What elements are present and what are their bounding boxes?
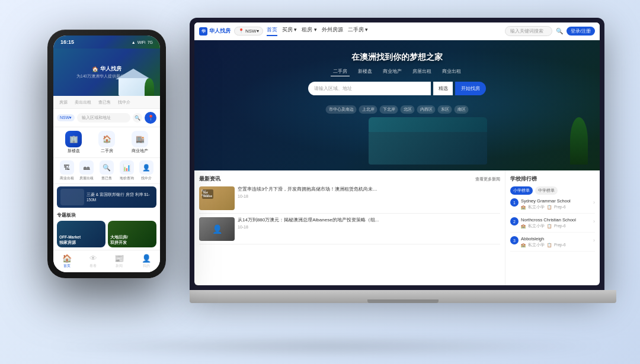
news-thumb-2: 👤 xyxy=(199,217,235,241)
school-type-icon-3: 🏫 xyxy=(521,243,526,248)
school-item-3[interactable]: 3 Abbotsleigh 🏫 私立小学 📋 Prep-6 › xyxy=(510,236,595,252)
school-type-1: 🏫 私立小学 📋 Prep-6 xyxy=(521,205,591,210)
phone-status-bar: 16:15 ▲ WiFi 7G xyxy=(53,36,160,49)
special-off-market[interactable]: OFF-Market独家房源 xyxy=(57,221,105,247)
special-section-title: 专题板块 xyxy=(57,212,156,218)
phone-special-section: 专题板块 OFF-Market独家房源 大地旧房/双拼开发 xyxy=(53,210,160,250)
region-center[interactable]: 市中心及南边 xyxy=(326,105,357,114)
news-text-2: 从14万到880万澳元：揭秘澳洲总理Albanese的地产投资策略（组... 1… xyxy=(238,217,500,241)
device-shadow xyxy=(36,340,616,352)
phone-commercial-rent[interactable]: 🏗 商业出租 xyxy=(60,160,74,181)
agent-label: 找中介 xyxy=(141,176,152,181)
web-news-item-2[interactable]: 👤 从14万到880万澳元：揭秘澳洲总理Albanese的地产投资策略（组...… xyxy=(199,217,500,244)
nav-link-rent[interactable]: 租房 ▾ xyxy=(302,26,317,36)
phone-cat-commercial[interactable]: 🏬 商业地产 xyxy=(132,131,148,154)
nav-link-buy[interactable]: 买房 ▾ xyxy=(282,26,297,36)
school-info-3: Abbotsleigh 🏫 私立小学 📋 Prep-6 xyxy=(521,236,591,248)
web-hero: 在澳洲找到你的梦想之家 二手房 新楼盘 商业地产 房屋出租 商业出租 请输入区域… xyxy=(194,40,600,170)
school-type-icon: 🏫 xyxy=(521,205,526,210)
phone-agent[interactable]: 👤 找中介 xyxy=(139,160,153,181)
nav-link-secondhand[interactable]: 二手房 ▾ xyxy=(348,26,369,36)
hero-sofa xyxy=(369,129,487,165)
school-info-1: Sydney Grammar School 🏫 私立小学 📋 Prep-6 xyxy=(521,198,591,210)
phone-banner[interactable]: 三菱 & 富国联邦银行 房贷 利率 $1-150M xyxy=(57,186,156,208)
web-news-item-1[interactable]: forease 空置率连续3个月下滑，开发商拥抱高储市场！澳洲租赁危机尚未...… xyxy=(199,186,500,214)
off-market-label: OFF-Market独家房源 xyxy=(59,235,81,245)
web-nav-search[interactable]: 输入关键词搜索 xyxy=(505,26,552,36)
region-lower-north[interactable]: 下北岸 xyxy=(380,105,398,114)
news-text-1: 空置率连续3个月下滑，开发商拥抱高储市场！澳洲租赁危机尚未... 10-18 xyxy=(238,186,500,210)
region-north[interactable]: 北区 xyxy=(401,105,415,114)
nav-browse-icon: 👁 xyxy=(89,254,97,263)
phone-cat-new-buildings[interactable]: 🏢 新楼盘 xyxy=(65,131,82,154)
hero-tab-comm-rent[interactable]: 商业出租 xyxy=(440,67,463,76)
hero-plant xyxy=(570,117,588,165)
cat-commercial-label: 商业地产 xyxy=(132,149,148,154)
hero-tab-new[interactable]: 新楼盘 xyxy=(356,67,375,76)
web-main: 最新资讯 查看更多新闻 forease 空置率连续3个月下滑，开发商拥抱高储市场… xyxy=(194,170,600,285)
phone-search-icon[interactable]: 🔍 xyxy=(133,113,142,123)
phone-time: 16:15 xyxy=(60,39,74,45)
nav-link-overseas[interactable]: 外州房源 xyxy=(322,26,343,36)
phone-nav-profile[interactable]: 👤 我的 xyxy=(142,254,151,269)
house-rent-icon: 🏘 xyxy=(79,160,94,175)
phone-nav-home[interactable]: 🏠 首页 xyxy=(62,254,72,269)
region-upper-north[interactable]: 上北岸 xyxy=(359,105,377,114)
web-hero-tabs: 二手房 新楼盘 商业地产 房屋出租 商业出租 xyxy=(194,67,600,76)
cat-new-label: 新楼盘 xyxy=(68,149,80,154)
commercial-rent-icon: 🏗 xyxy=(60,160,74,175)
signal-icon: ▲ xyxy=(132,40,136,44)
school-item-2[interactable]: 2 Northcross Christian School 🏫 私立小学 📋 P… xyxy=(510,217,595,233)
web-news-more[interactable]: 查看更多新闻 xyxy=(475,176,500,182)
special-land-dev[interactable]: 大地旧房/双拼开发 xyxy=(108,221,156,247)
hero-tab-second[interactable]: 二手房 xyxy=(331,67,350,76)
phone-search-row: NSW▾ 输入区域和地址 🔍 📍 xyxy=(53,109,160,127)
phone-tab-sold[interactable]: 查已售 xyxy=(96,98,113,107)
school-info-2: Northcross Christian School 🏫 私立小学 📋 Pre… xyxy=(521,217,591,229)
phone-land-price[interactable]: 📊 地价查询 xyxy=(120,160,134,181)
sold-label: 查已售 xyxy=(101,176,112,181)
phone-sold[interactable]: 🔍 查已售 xyxy=(100,160,114,181)
school-name-3: Abbotsleigh xyxy=(521,236,591,241)
region-east[interactable]: 东区 xyxy=(438,105,452,114)
phone-map-icon[interactable]: 📍 xyxy=(145,112,156,124)
phone-nav-news[interactable]: 📰 新闻 xyxy=(114,254,124,269)
web-nav-location[interactable]: 📍 NSW▾ xyxy=(234,27,263,36)
school-rank-2: 2 xyxy=(510,217,519,226)
phone-cat-second-hand[interactable]: 🏠 二手房 xyxy=(98,131,115,154)
phone-location-badge[interactable]: NSW▾ xyxy=(57,114,75,121)
house-tree xyxy=(145,78,154,96)
phone-search-input[interactable]: 输入区域和地址 xyxy=(77,113,130,123)
phone-nav-browse[interactable]: 👁 看看 xyxy=(89,254,97,269)
nav-news-icon: 📰 xyxy=(114,254,124,263)
phone-tab-item[interactable]: 房源 xyxy=(57,98,70,107)
school-name-1: Sydney Grammar School xyxy=(521,198,591,204)
region-inner-west[interactable]: 内西区 xyxy=(417,105,436,114)
school-arrow-1: › xyxy=(593,199,595,205)
school-grade-icon: 📋 xyxy=(547,205,552,210)
web-search-btn[interactable]: 开始找房 xyxy=(455,82,486,95)
web-hero-search-input[interactable]: 请输入区域、地址 xyxy=(308,82,431,95)
laptop-screen-inner: 华 华人找房 📍 NSW▾ 首页 买房 ▾ 租房 ▾ 外州房源 二手房 ▾ xyxy=(194,22,600,285)
search-icon[interactable]: 🔍 xyxy=(556,28,563,34)
web-login-btn[interactable]: 登录/注册 xyxy=(567,27,595,36)
nav-profile-icon: 👤 xyxy=(142,254,151,263)
web-filter-btn[interactable]: 精选 xyxy=(433,82,453,95)
web-logo-icon: 华 xyxy=(199,27,207,36)
school-tab-secondary[interactable]: 中学榜单 xyxy=(535,186,558,195)
hero-tab-rent[interactable]: 房屋出租 xyxy=(410,67,434,76)
news-thumb-1: forease xyxy=(199,186,235,210)
web-nav-right: 输入关键词搜索 🔍 登录/注册 xyxy=(505,26,595,36)
news-title-2: 从14万到880万澳元：揭秘澳洲总理Albanese的地产投资策略（组... xyxy=(238,217,500,223)
school-item-1[interactable]: 1 Sydney Grammar School 🏫 私立小学 📋 Prep-6 xyxy=(510,198,595,214)
phone-hero: 🏠 华人找房 为140万澳洲华人提供最优质房源 xyxy=(53,49,160,96)
phone-tab-sell[interactable]: 卖出出租 xyxy=(72,98,94,107)
school-tab-primary[interactable]: 小学榜单 xyxy=(510,186,533,195)
phone-house-rent[interactable]: 🏘 房屋出租 xyxy=(79,160,94,181)
region-south[interactable]: 南区 xyxy=(455,105,469,114)
school-arrow-3: › xyxy=(593,237,595,243)
phone-screen: 16:15 ▲ WiFi 7G 🏠 华人找房 为140万澳洲华人提供最优质房源 xyxy=(53,36,160,272)
phone-tab-agent[interactable]: 找中介 xyxy=(116,98,133,107)
hero-tab-commercial[interactable]: 商业地产 xyxy=(380,67,404,76)
nav-link-home[interactable]: 首页 xyxy=(267,26,277,36)
